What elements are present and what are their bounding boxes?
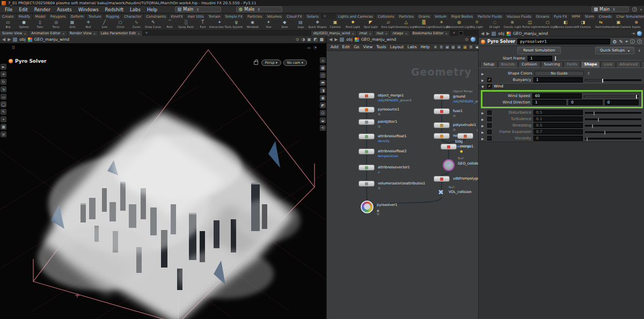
menu-render[interactable]: Render <box>32 6 53 13</box>
tab-output[interactable]: Output <box>641 61 644 68</box>
shelf-tool[interactable]: ◫ Portal Light <box>521 19 539 30</box>
pane-tab[interactable]: Labs Parameter Edit× <box>99 31 143 36</box>
shelf-tab[interactable]: Rigid Bodies <box>449 14 475 19</box>
shelf-tab[interactable]: Grains <box>416 14 433 19</box>
shelf-tab[interactable]: Particles <box>397 14 416 19</box>
shelf-tab[interactable]: Rigging <box>104 14 122 19</box>
shredding-field[interactable]: 0.5 <box>533 123 583 128</box>
shelf-tool[interactable]: ⇆ Switcher <box>592 19 610 30</box>
pane-tab[interactable]: Scene View× <box>0 31 29 36</box>
shelf-tab[interactable]: Constraints <box>144 14 169 19</box>
quick-setups-dropdown[interactable]: Quick Setups▾ <box>595 47 634 54</box>
shelf-tool[interactable]: ∿ Curve <box>128 19 144 30</box>
net-menu-go[interactable]: Go <box>352 44 361 49</box>
shelf-tool[interactable]: ▱ Area Light <box>379 19 397 30</box>
shelf-tab[interactable]: Texture <box>86 14 104 19</box>
shelf-tab[interactable]: Deform <box>69 14 86 19</box>
node-name-field[interactable]: pyrosolver1 <box>517 39 610 44</box>
shelf-tab[interactable]: Polygons <box>48 14 69 19</box>
wind-speed-field[interactable]: 60 <box>532 93 582 99</box>
shelf-tool[interactable]: ▦ Grid <box>64 19 80 30</box>
viewport-tool-icon[interactable]: ⌂ <box>320 57 326 63</box>
info-icon[interactable]: ◔ <box>313 46 317 50</box>
spinner-icon[interactable]: ⇕ <box>587 71 590 76</box>
menu-file[interactable]: File <box>2 6 15 13</box>
shelf-tool[interactable]: ▣ Camera <box>326 19 344 30</box>
shelf-tool[interactable]: ○ Circle <box>112 19 128 30</box>
shelf-tool[interactable]: ◍ Environment Light <box>450 19 468 30</box>
shelf-tab[interactable]: Create <box>0 14 17 19</box>
viewport-tool-icon[interactable]: ⟲ <box>320 125 326 131</box>
viewport-tool-icon[interactable]: ◯ <box>1 101 6 107</box>
snap-options-icon[interactable]: ⊙ <box>296 37 299 42</box>
shelf-tool[interactable]: ▒ Volume Light <box>415 19 433 30</box>
start-frame-field[interactable]: 1 <box>528 56 552 61</box>
close-icon[interactable]: × <box>405 32 407 35</box>
split-icon[interactable]: ⊞ <box>457 44 462 49</box>
shelf-tool[interactable]: ▭ Box <box>0 19 16 30</box>
viewport-tool-icon[interactable]: ▣ <box>320 95 326 101</box>
new-pane-tab-button[interactable]: + <box>450 31 457 36</box>
shelf-tool[interactable]: T Font <box>195 19 211 30</box>
back-icon[interactable]: ◀ <box>481 31 484 36</box>
shelf-tool[interactable]: ▤ Lego <box>292 19 309 30</box>
shelf-tool[interactable]: ○ Ambient Light <box>539 19 557 30</box>
expand-icon[interactable]: ▶ <box>481 117 485 121</box>
reset-simulation-button[interactable]: Reset Simulation <box>517 47 561 54</box>
wind-direction-z-field[interactable]: 0 <box>605 100 639 105</box>
path-node[interactable]: GEO_manju_wind <box>361 37 396 42</box>
expand-icon[interactable]: ▶ <box>481 130 485 134</box>
tab-setup[interactable]: Setup <box>480 61 497 68</box>
shelf-tab[interactable]: Pyro FX <box>552 14 570 19</box>
menu-assets[interactable]: Assets <box>54 6 75 13</box>
pane-menu-icon[interactable] <box>459 31 463 35</box>
bundle-icon[interactable]: ☰ <box>469 44 473 49</box>
pane-tab[interactable]: Render View× <box>68 31 99 36</box>
camera-button[interactable]: No cam ▾ <box>283 60 307 66</box>
viewport-tool-icon[interactable]: ▭ <box>1 94 6 100</box>
shelf-tool[interactable]: ☼ Sky Light <box>468 19 486 30</box>
shelf-tool[interactable]: ▣ Handheld Camera <box>610 19 627 30</box>
pane-tab[interactable]: /stage× <box>390 31 410 36</box>
shelf-tool[interactable]: ✦ Interactive Tool <box>211 19 229 30</box>
close-icon[interactable]: × <box>93 32 96 35</box>
viewport-tool-icon[interactable]: ✎ <box>1 109 6 115</box>
buoyancy-slider[interactable] <box>585 79 641 81</box>
path-node[interactable]: GEO_manju_wind <box>34 37 69 42</box>
magnifier-icon[interactable]: ⌖ <box>625 39 628 44</box>
viewport-tool-icon[interactable]: ✛ <box>1 71 6 77</box>
net-menu-edit[interactable]: Edit <box>341 44 352 49</box>
node-body[interactable] <box>358 93 375 99</box>
net-menu-add[interactable]: Add <box>329 44 340 49</box>
shelf-tab[interactable]: Modify <box>17 14 33 19</box>
wind-checkbox[interactable]: ✓ <box>487 84 492 88</box>
viewport-tool-icon[interactable]: ◩ <box>320 102 326 108</box>
shelf-tool[interactable]: ◧ Stereo Camera <box>557 19 574 30</box>
add-shelf-tab-button[interactable]: + <box>321 14 328 19</box>
layout-selector[interactable]: Main⇕ <box>591 6 629 12</box>
viscosity-slider[interactable] <box>585 138 641 139</box>
network-canvas[interactable]: Geometry object_merge1 /obj/RENDER_groun… <box>327 51 478 319</box>
viscosity-field[interactable]: 0 <box>533 136 583 141</box>
shelf-tool[interactable]: ≋ Caustic Light <box>503 19 521 30</box>
viewport-tool-icon[interactable]: ◒ <box>320 117 326 123</box>
help-icon[interactable]: ? <box>637 39 642 44</box>
flame-expansion-field[interactable]: 0.7 <box>533 129 583 135</box>
tab-advanced[interactable]: Advanced <box>616 61 641 68</box>
mode-selector[interactable]: Male⇕ <box>236 6 282 12</box>
list-view-icon[interactable]: ▥ <box>451 44 456 49</box>
shelf-tab[interactable]: Hair Utils <box>186 14 207 19</box>
viewport-tool-icon[interactable]: ⇲ <box>1 86 6 92</box>
viewport-tool-icon[interactable]: ≡ <box>1 131 6 137</box>
viewport-tool-icon[interactable]: ⌖ <box>1 116 6 122</box>
close-icon[interactable]: × <box>137 32 140 35</box>
shelf-tab[interactable]: Viscous Fluids <box>504 14 534 19</box>
shelf-tab[interactable]: Vellum <box>433 14 449 19</box>
shelf-tab[interactable]: Cloud FX <box>284 14 305 19</box>
display-sets-icon[interactable]: ⠿ <box>12 46 15 50</box>
shelf-tab[interactable]: Simple FX <box>223 14 245 19</box>
back-icon[interactable]: ◀ <box>2 37 5 42</box>
close-icon[interactable]: × <box>62 32 65 35</box>
disturbance-checkbox[interactable] <box>487 110 492 115</box>
display-options-icon[interactable]: ▣ <box>307 37 311 42</box>
